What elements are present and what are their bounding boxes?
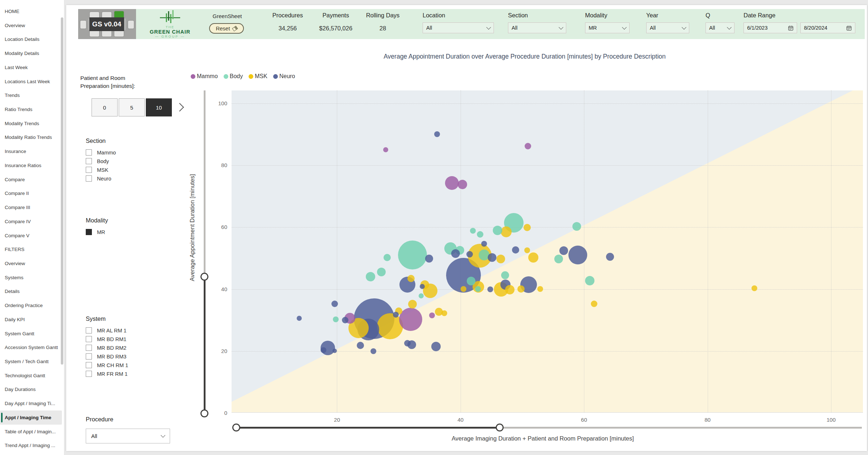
sidebar-item-compare-v[interactable]: Compare V xyxy=(0,229,62,243)
sidebar-item-details[interactable]: Details xyxy=(0,284,62,298)
bubble-neuro[interactable] xyxy=(342,317,348,323)
procedure-dropdown[interactable]: All xyxy=(86,429,170,443)
bubble-neuro[interactable] xyxy=(371,348,376,354)
checkbox-unchecked[interactable] xyxy=(86,327,92,333)
bubble-body[interactable] xyxy=(554,255,563,263)
bubble-body[interactable] xyxy=(475,286,481,292)
bubble-mammo[interactable] xyxy=(445,176,459,190)
sidebar-item-system-tech-gantt[interactable]: System / Tech Gantt xyxy=(0,354,62,369)
sidebar-item-last-week[interactable]: Last Week xyxy=(0,60,62,75)
checkbox-row-neuro[interactable]: Neuro xyxy=(86,175,111,182)
bubble-msk[interactable] xyxy=(407,275,415,282)
bubble-neuro[interactable] xyxy=(606,253,614,261)
sidebar-scrollbar[interactable] xyxy=(61,17,63,365)
sidebar-item-compare[interactable]: Compare xyxy=(0,173,62,187)
reset-button[interactable]: Reset xyxy=(209,23,244,34)
bubble-msk[interactable] xyxy=(517,285,525,293)
bubble-neuro[interactable] xyxy=(512,246,519,254)
bubble-mammo[interactable] xyxy=(525,143,531,149)
checkbox-unchecked[interactable] xyxy=(86,345,92,351)
sidebar-item-insurance-ratios[interactable]: Insurance Ratios xyxy=(0,158,62,173)
checkbox-row-mammo[interactable]: Mammo xyxy=(86,149,116,156)
bubble-body[interactable] xyxy=(467,277,475,285)
bubble-neuro[interactable] xyxy=(451,249,460,258)
bubble-mammo[interactable] xyxy=(458,180,467,189)
bubble-msk[interactable] xyxy=(524,224,531,231)
bubble-body[interactable] xyxy=(333,316,339,322)
legend-item-mammo[interactable]: Mammo xyxy=(191,73,218,80)
x-range-slider-selection[interactable] xyxy=(236,427,500,429)
filter-section-dropdown[interactable]: All xyxy=(508,22,566,33)
bubble-neuro[interactable] xyxy=(431,342,441,351)
bubble-body[interactable] xyxy=(419,293,424,298)
bubble-msk[interactable] xyxy=(441,310,447,316)
date-start-input[interactable]: 6/1/2023 xyxy=(744,22,797,33)
sidebar-item-systems[interactable]: Systems xyxy=(0,271,62,285)
bubble-neuro[interactable] xyxy=(488,253,496,262)
sidebar-item-ratio-trends[interactable]: Ratio Trends xyxy=(0,102,62,116)
sidebar-item-day-appt-imaging-ti[interactable]: Day Appt / Imaging Ti... xyxy=(0,396,62,411)
bubble-msk[interactable] xyxy=(461,286,466,292)
bubble-body[interactable] xyxy=(501,271,509,279)
bubble-msk[interactable] xyxy=(524,247,530,253)
checkbox-row-mr-bd-rm2[interactable]: MR BD RM2 xyxy=(86,345,126,351)
bubble-neuro[interactable] xyxy=(481,241,487,247)
y-range-slider-selection[interactable] xyxy=(204,277,206,413)
y-range-slider-track[interactable] xyxy=(204,90,206,277)
checkbox-row-mr-bd-rm3[interactable]: MR BD RM3 xyxy=(86,353,126,360)
bubble-neuro[interactable] xyxy=(333,349,337,353)
bubble-neuro[interactable] xyxy=(393,312,399,318)
checkbox-row-mr[interactable]: MR xyxy=(86,229,105,235)
sidebar-item-technologist-gantt[interactable]: Technologist Gantt xyxy=(0,369,62,383)
sidebar-item-day-durations[interactable]: Day Durations xyxy=(0,382,62,396)
bubble-neuro[interactable] xyxy=(434,131,440,137)
bubble-neuro[interactable] xyxy=(487,286,493,292)
checkbox-unchecked[interactable] xyxy=(86,362,92,368)
filter-location-dropdown[interactable]: All xyxy=(423,22,494,33)
bubble-body[interactable] xyxy=(377,268,386,276)
bubble-plot-area[interactable] xyxy=(232,90,863,413)
bubble-body[interactable] xyxy=(493,226,502,235)
legend-item-msk[interactable]: MSK xyxy=(249,73,267,80)
checkbox-row-mr-fr-rm-1[interactable]: MR FR RM 1 xyxy=(86,371,128,377)
sidebar-item-appt-imaging-time[interactable]: Appt / Imaging Time xyxy=(0,411,62,425)
legend-item-body[interactable]: Body xyxy=(224,73,243,80)
sidebar-item-home[interactable]: HOME xyxy=(0,4,62,18)
bubble-body[interactable] xyxy=(398,241,427,269)
sidebar-item-compare-iv[interactable]: Compare IV xyxy=(0,214,62,229)
sidebar-item-daily-kpi[interactable]: Daily KPI xyxy=(0,312,62,327)
prep-next-arrow-icon[interactable] xyxy=(177,104,183,110)
sidebar-item-locations-last-week[interactable]: Locations Last Week xyxy=(0,75,62,89)
y-range-slider-lower-handle[interactable] xyxy=(200,409,208,417)
bubble-mammo[interactable] xyxy=(383,147,388,152)
y-range-slider-upper-handle[interactable] xyxy=(200,273,208,281)
filter-year-dropdown[interactable]: All xyxy=(646,22,689,33)
bubble-neuro[interactable] xyxy=(321,347,326,353)
bubble-mammo[interactable] xyxy=(399,308,422,331)
checkbox-unchecked[interactable] xyxy=(86,336,92,342)
bubble-body[interactable] xyxy=(366,272,375,281)
sidebar-item-modality-details[interactable]: Modality Details xyxy=(0,46,62,60)
legend-item-neuro[interactable]: Neuro xyxy=(273,73,295,80)
bubble-msk[interactable] xyxy=(408,300,417,309)
sidebar-item-system-gantt[interactable]: System Gantt xyxy=(0,327,62,341)
x-range-slider-right-handle[interactable] xyxy=(496,424,504,431)
sidebar-item-trends[interactable]: Trends xyxy=(0,88,62,102)
checkbox-unchecked[interactable] xyxy=(86,353,92,360)
bubble-msk[interactable] xyxy=(537,286,543,292)
x-range-slider-left-handle[interactable] xyxy=(232,424,240,431)
checkbox-unchecked[interactable] xyxy=(86,167,92,173)
checkbox-row-mr-ch-rm-1[interactable]: MR CH RM 1 xyxy=(86,362,128,368)
bubble-neuro[interactable] xyxy=(404,340,411,346)
prep-option-5[interactable]: 5 xyxy=(119,98,145,116)
bubble-body[interactable] xyxy=(470,228,476,234)
filter-modality-dropdown[interactable]: MR xyxy=(585,22,630,33)
sidebar-item-filters[interactable]: FILTERS xyxy=(0,242,62,256)
bubble-msk[interactable] xyxy=(591,301,597,307)
bubble-neuro[interactable] xyxy=(297,316,302,321)
checkbox-unchecked[interactable] xyxy=(86,149,92,156)
bubble-body[interactable] xyxy=(477,231,483,238)
sidebar-item-overview[interactable]: Overview xyxy=(0,18,62,33)
checkbox-unchecked[interactable] xyxy=(86,175,92,182)
checkbox-row-mr-bd-rm1[interactable]: MR BD RM1 xyxy=(86,336,126,342)
